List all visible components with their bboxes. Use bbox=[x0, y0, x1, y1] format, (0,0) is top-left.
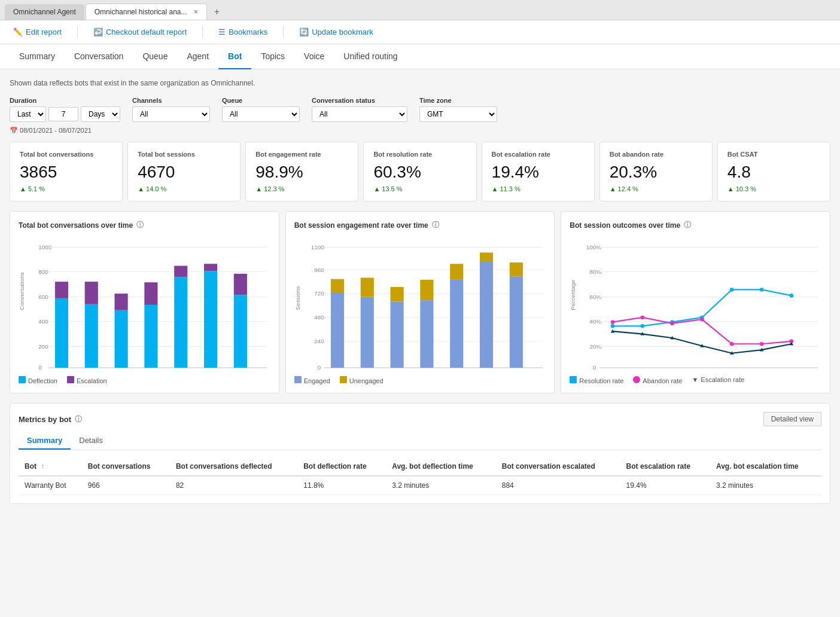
chart-info-icon-2[interactable]: ⓘ bbox=[432, 220, 439, 230]
svg-rect-60 bbox=[509, 262, 522, 276]
nav-tab-summary[interactable]: Summary bbox=[10, 44, 65, 69]
svg-point-87 bbox=[760, 288, 764, 292]
svg-text:240: 240 bbox=[314, 338, 324, 344]
svg-point-91 bbox=[671, 322, 675, 326]
duration-unit-select[interactable]: Days bbox=[81, 106, 120, 122]
cell-conversations: 966 bbox=[82, 476, 170, 495]
table-header-row: Bot ↑ Bot conversations Bot conversation… bbox=[19, 457, 821, 476]
svg-rect-20 bbox=[174, 277, 187, 368]
edit-icon: ✏️ bbox=[13, 28, 23, 36]
duration-label: Duration bbox=[10, 97, 120, 104]
duration-type-select[interactable]: Last bbox=[10, 106, 46, 122]
col-bot-deflection-rate[interactable]: Bot deflection rate bbox=[297, 457, 386, 476]
timezone-filter: Time zone GMT bbox=[419, 97, 497, 122]
sub-tab-details[interactable]: Details bbox=[71, 432, 111, 450]
svg-rect-19 bbox=[144, 282, 157, 305]
svg-rect-24 bbox=[234, 295, 247, 368]
nav-tab-queue[interactable]: Queue bbox=[133, 44, 177, 69]
metrics-section: Metrics by bot ⓘ Detailed view Summary D… bbox=[10, 403, 830, 504]
info-bar: Shown data reflects bots that exist in t… bbox=[10, 79, 830, 87]
add-tab-button[interactable]: + bbox=[208, 4, 226, 20]
svg-text:960: 960 bbox=[314, 267, 324, 273]
toolbar-separator bbox=[77, 26, 78, 38]
kpi-bot-escalation-rate: Bot escalation rate 19.4% ▲ 11.3 % bbox=[482, 142, 595, 201]
conv-status-select[interactable]: All bbox=[312, 106, 407, 122]
svg-rect-58 bbox=[480, 252, 493, 261]
bar-chart-engagement: 1100 960 720 480 240 0 bbox=[294, 237, 546, 369]
channels-select[interactable]: All bbox=[132, 106, 210, 122]
sub-tabs: Summary Details bbox=[19, 432, 821, 450]
channels-label: Channels bbox=[132, 97, 210, 104]
duration-filter: Duration Last Days bbox=[10, 97, 120, 122]
nav-tab-voice[interactable]: Voice bbox=[294, 44, 334, 69]
nav-tab-topics[interactable]: Topics bbox=[251, 44, 294, 69]
svg-rect-48 bbox=[331, 279, 344, 293]
svg-text:Conversations: Conversations bbox=[19, 272, 25, 310]
col-bot-conversations-deflected[interactable]: Bot conversations deflected bbox=[170, 457, 297, 476]
metrics-header: Metrics by bot ⓘ Detailed view bbox=[19, 412, 821, 426]
svg-text:480: 480 bbox=[314, 314, 324, 320]
svg-text:400: 400 bbox=[38, 318, 48, 325]
kpi-total-bot-sessions: Total bot sessions 4670 ▲ 14.0 % bbox=[127, 142, 241, 201]
duration-value-input[interactable] bbox=[48, 107, 78, 121]
svg-rect-22 bbox=[204, 271, 217, 368]
svg-point-94 bbox=[760, 342, 764, 346]
tab-omnichannel-historical[interactable]: Omnichannel historical ana... × bbox=[86, 4, 207, 20]
svg-rect-51 bbox=[390, 301, 403, 368]
svg-rect-16 bbox=[115, 310, 128, 368]
nav-tab-conversation[interactable]: Conversation bbox=[65, 44, 133, 69]
sub-tab-summary[interactable]: Summary bbox=[19, 432, 71, 450]
charts-row: Total bot conversations over time ⓘ 1000… bbox=[10, 211, 830, 393]
nav-tab-agent[interactable]: Agent bbox=[177, 44, 218, 69]
col-bot-conversation-escalated[interactable]: Bot conversation escalated bbox=[496, 457, 620, 476]
detailed-view-button[interactable]: Detailed view bbox=[763, 412, 821, 426]
svg-rect-54 bbox=[420, 280, 433, 300]
chart-info-icon-1[interactable]: ⓘ bbox=[136, 220, 144, 230]
chart-session-outcomes: Bot session outcomes over time ⓘ 100% 80… bbox=[561, 211, 830, 393]
cell-escalated: 884 bbox=[496, 476, 620, 495]
svg-rect-23 bbox=[204, 264, 217, 271]
nav-tab-bot[interactable]: Bot bbox=[218, 44, 251, 69]
close-tab-icon[interactable]: × bbox=[194, 8, 198, 16]
cell-avg-escalation: 3.2 minutes bbox=[710, 476, 821, 495]
svg-rect-21 bbox=[174, 266, 187, 277]
checkout-icon: ↩️ bbox=[93, 28, 103, 36]
col-bot[interactable]: Bot ↑ bbox=[19, 457, 82, 476]
edit-report-button[interactable]: ✏️ Edit report bbox=[10, 25, 65, 39]
date-range: 📅 08/01/2021 - 08/07/2021 bbox=[10, 127, 830, 135]
col-avg-bot-escalation-time[interactable]: Avg. bot escalation time bbox=[710, 457, 821, 476]
svg-text:200: 200 bbox=[38, 343, 48, 350]
update-bookmark-button[interactable]: 🔄 Update bookmark bbox=[296, 25, 377, 39]
toolbar-separator-3 bbox=[283, 26, 284, 38]
checkout-report-button[interactable]: ↩️ Checkout default report bbox=[90, 25, 190, 39]
bookmarks-icon: ☰ bbox=[218, 28, 226, 36]
duration-controls: Last Days bbox=[10, 106, 120, 122]
svg-rect-49 bbox=[360, 297, 373, 368]
chart-info-icon-3[interactable]: ⓘ bbox=[684, 220, 691, 230]
kpi-bot-resolution-rate: Bot resolution rate 60.3% ▲ 13.5 % bbox=[363, 142, 476, 201]
svg-rect-13 bbox=[55, 282, 68, 298]
queue-label: Queue bbox=[222, 97, 300, 104]
toolbar-separator-2 bbox=[202, 26, 203, 38]
nav-tab-unified-routing[interactable]: Unified routing bbox=[334, 44, 407, 69]
svg-point-92 bbox=[700, 317, 704, 322]
col-avg-bot-deflection-time[interactable]: Avg. bot deflection time bbox=[386, 457, 496, 476]
main-content: Shown data reflects bots that exist in t… bbox=[0, 69, 840, 514]
metrics-info-icon[interactable]: ⓘ bbox=[75, 414, 82, 424]
line-chart-outcomes: 100% 80% 60% 40% 20% 0 bbox=[570, 237, 821, 369]
queue-select[interactable]: All bbox=[222, 106, 300, 122]
svg-rect-55 bbox=[450, 280, 463, 368]
svg-point-93 bbox=[730, 342, 734, 346]
col-bot-conversations[interactable]: Bot conversations bbox=[82, 457, 170, 476]
chart-legend-3: Resolution rate Abandon rate ▼Escalation… bbox=[570, 376, 821, 384]
svg-text:800: 800 bbox=[38, 268, 48, 275]
channels-filter: Channels All bbox=[132, 97, 210, 122]
svg-text:100%: 100% bbox=[586, 244, 602, 251]
timezone-select[interactable]: GMT bbox=[419, 106, 497, 122]
svg-rect-25 bbox=[234, 274, 247, 295]
bookmarks-button[interactable]: ☰ Bookmarks bbox=[215, 25, 271, 39]
col-bot-escalation-rate[interactable]: Bot escalation rate bbox=[620, 457, 710, 476]
tab-omnichannel-agent[interactable]: Omnichannel Agent bbox=[5, 4, 84, 20]
svg-text:Percentage: Percentage bbox=[570, 279, 576, 310]
svg-rect-18 bbox=[144, 305, 157, 368]
